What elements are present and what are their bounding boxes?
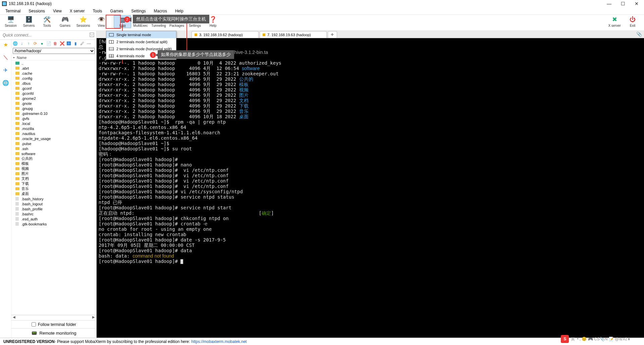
menu-x-server[interactable]: X server [66,8,89,14]
file-row[interactable]: software [11,151,96,156]
menu-terminal[interactable]: Terminal [1,8,24,14]
status-link[interactable]: https://mobaxterm.mobatek.net [191,339,247,344]
file-row[interactable]: .gtk-bookmarks [11,221,96,226]
toolbar-tools[interactable]: 🛠️Tools [38,15,56,27]
file-row[interactable]: .bash_history [11,196,96,201]
file-toolbar-btn-7[interactable]: ❌ [60,41,64,46]
file-row[interactable]: .gnote [11,101,96,106]
file-toolbar-btn-2[interactable]: ↑ [26,41,31,46]
annotation-callout-1: ◀ 如果你的集群是多少个节点就选多少 [158,50,234,59]
file-toolbar-btn-5[interactable]: 📄 [46,41,51,46]
split-option-split-v[interactable]: 2 terminals mode (vertical split) [106,38,176,45]
file-row[interactable]: .config [11,76,96,81]
sessions-icon: ⭐ [79,15,87,23]
file-icon [15,152,20,156]
file-row[interactable]: .nautilus [11,131,96,136]
quick-connect-dropdown-icon[interactable] [90,32,95,38]
split-layout-icon [109,47,114,51]
quick-connect-bar [0,31,96,40]
h-scrollbar[interactable]: ◀▶ [11,315,96,320]
menu-tools[interactable]: Tools [89,8,106,14]
file-list[interactable]: ...abrt.cache.config.dbus.gconf.gconfd.g… [11,61,96,315]
file-icon [15,137,20,141]
file-toolbar-btn-1[interactable]: ↓ [19,41,24,46]
file-row[interactable]: .dbus [11,81,96,86]
toolbar-games[interactable]: 🎮Games [56,15,74,27]
terminal-tab[interactable]: 7. 192.168.19.63 (hadoop) [260,31,327,38]
minimize-button[interactable]: — [607,1,611,6]
file-row[interactable]: 图片 [11,171,96,176]
left-tab-2[interactable]: ✈ [2,67,9,73]
toolbar-exit[interactable]: ⏻Exit [624,15,641,27]
file-row[interactable]: .gnupg [11,106,96,111]
remote-monitoring-row[interactable]: 📟 Remote monitoring [11,328,96,338]
ime-lang[interactable]: 英 [571,336,575,342]
follow-terminal-checkbox[interactable] [32,322,36,327]
file-row[interactable]: .esd_auth [11,216,96,221]
toolbar-servers[interactable]: 🗄️Servers [20,15,38,27]
ime-sogou-icon[interactable]: S [561,335,569,343]
file-row[interactable]: .gconfd [11,91,96,96]
file-toolbar-btn-10[interactable]: 🖉 [80,41,85,46]
file-toolbar-btn-0[interactable]: 🌐 [13,41,17,46]
file-row[interactable]: .bash_logout [11,201,96,206]
left-tab-1[interactable]: ＼ [2,54,9,61]
file-icon [15,142,20,146]
file-row[interactable]: .pulse [11,141,96,146]
close-button[interactable]: ✕ [635,1,639,6]
file-row[interactable]: 桌面 [11,191,96,196]
file-row[interactable]: .oracle_jre_usage [11,136,96,141]
file-row[interactable]: 下载 [11,181,96,186]
new-tab-button[interactable]: ✚ [328,31,337,38]
file-row[interactable]: .gvfs [11,116,96,121]
menu-help[interactable]: Help [171,8,187,14]
file-row[interactable]: .ssh [11,146,96,151]
file-row[interactable]: .abrt [11,66,96,71]
toolbar-session[interactable]: 🖥️Session [2,15,19,27]
file-header[interactable]: ▸ Name [11,55,96,61]
toolbar-sessions[interactable]: ⭐Sessions [74,15,92,27]
file-row[interactable]: 音乐 [11,186,96,191]
file-row[interactable]: .bash_profile [11,206,96,211]
menu-macros[interactable]: Macros [150,8,171,14]
menu-games[interactable]: Games [106,8,127,14]
ime-extras[interactable]: • , 😊 🎮 CS📎N 📝 @有v2⬇ [577,336,631,342]
file-toolbar-btn-4[interactable]: ● [40,41,44,46]
file-toolbar-btn-3[interactable]: ⟳ [33,41,38,46]
left-tab-0[interactable]: ★ [2,41,9,48]
file-row[interactable]: .gstreamer-0.10 [11,111,96,116]
file-row[interactable]: .mozilla [11,126,96,131]
file-toolbar-btn-8[interactable]: 🅰 [66,41,71,46]
file-row[interactable]: 文档 [11,176,96,181]
file-row[interactable]: .gnome2 [11,96,96,101]
status-bar: UNREGISTERED VERSION - Please support Mo… [0,338,644,345]
menu-settings[interactable]: Settings [127,8,150,14]
path-selector[interactable]: /home/hadoop/ [13,48,95,54]
quick-connect-input[interactable] [1,31,88,39]
file-toolbar-btn-11[interactable]: — [87,41,91,46]
file-row[interactable]: 视频 [11,166,96,171]
file-toolbar-btn-6[interactable]: 🗑 [53,41,58,46]
terminal-output[interactable]: [ha 总 -rw apache-hive-3.1.2-bin.ta r.g -… [97,38,644,338]
file-row[interactable]: 公共的 [11,156,96,161]
file-row[interactable]: .bashrc [11,211,96,216]
maximize-button[interactable]: ☐ [621,1,625,6]
file-row[interactable]: .. [11,61,96,66]
terminal-tab[interactable]: 3. 192.168.19.62 (hadoop) [192,31,259,38]
left-tab-3[interactable]: 🌐 [2,79,9,86]
file-row[interactable]: 模板 [11,161,96,166]
games-icon: 🎮 [61,15,69,23]
menu-sessions[interactable]: Sessions [24,8,49,14]
file-toolbar-btn-9[interactable]: ▮ [73,41,78,46]
toolbar: 🖥️Session🗄️Servers🛠️Tools🎮Games⭐Sessions… [0,15,644,31]
file-row[interactable]: .gconf [11,86,96,91]
file-row[interactable]: .local [11,121,96,126]
file-icon [15,61,20,65]
menu-view[interactable]: View [49,8,66,14]
file-icon [15,81,20,85]
toolbar-x-server[interactable]: ✖X server [606,15,623,27]
file-icon [15,101,20,106]
paperclip-icon[interactable]: 📎 [636,31,642,37]
split-option-single[interactable]: Single terminal mode [106,31,176,38]
file-row[interactable]: .cache [11,71,96,76]
